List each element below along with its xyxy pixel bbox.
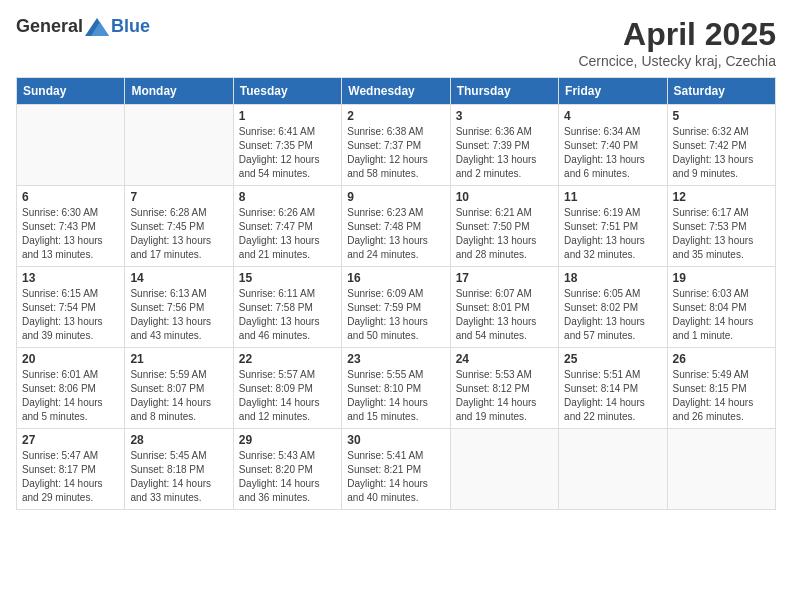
day-number: 5: [673, 109, 770, 123]
calendar-cell: 4Sunrise: 6:34 AM Sunset: 7:40 PM Daylig…: [559, 105, 667, 186]
calendar-cell: 2Sunrise: 6:38 AM Sunset: 7:37 PM Daylig…: [342, 105, 450, 186]
day-info: Sunrise: 5:43 AM Sunset: 8:20 PM Dayligh…: [239, 449, 336, 505]
calendar-cell: 8Sunrise: 6:26 AM Sunset: 7:47 PM Daylig…: [233, 186, 341, 267]
day-info: Sunrise: 5:45 AM Sunset: 8:18 PM Dayligh…: [130, 449, 227, 505]
day-info: Sunrise: 6:38 AM Sunset: 7:37 PM Dayligh…: [347, 125, 444, 181]
day-number: 1: [239, 109, 336, 123]
calendar-cell: 29Sunrise: 5:43 AM Sunset: 8:20 PM Dayli…: [233, 429, 341, 510]
calendar-cell: 11Sunrise: 6:19 AM Sunset: 7:51 PM Dayli…: [559, 186, 667, 267]
calendar-week-row: 6Sunrise: 6:30 AM Sunset: 7:43 PM Daylig…: [17, 186, 776, 267]
day-number: 27: [22, 433, 119, 447]
day-info: Sunrise: 6:32 AM Sunset: 7:42 PM Dayligh…: [673, 125, 770, 181]
day-number: 26: [673, 352, 770, 366]
day-info: Sunrise: 5:57 AM Sunset: 8:09 PM Dayligh…: [239, 368, 336, 424]
day-info: Sunrise: 5:41 AM Sunset: 8:21 PM Dayligh…: [347, 449, 444, 505]
day-number: 19: [673, 271, 770, 285]
day-info: Sunrise: 5:53 AM Sunset: 8:12 PM Dayligh…: [456, 368, 553, 424]
day-number: 25: [564, 352, 661, 366]
day-number: 7: [130, 190, 227, 204]
day-number: 18: [564, 271, 661, 285]
page-header: General Blue April 2025 Cerncice, Usteck…: [16, 16, 776, 69]
day-number: 30: [347, 433, 444, 447]
day-number: 17: [456, 271, 553, 285]
calendar-cell: 19Sunrise: 6:03 AM Sunset: 8:04 PM Dayli…: [667, 267, 775, 348]
calendar-cell: 10Sunrise: 6:21 AM Sunset: 7:50 PM Dayli…: [450, 186, 558, 267]
calendar-cell: 7Sunrise: 6:28 AM Sunset: 7:45 PM Daylig…: [125, 186, 233, 267]
day-number: 28: [130, 433, 227, 447]
calendar-cell: 14Sunrise: 6:13 AM Sunset: 7:56 PM Dayli…: [125, 267, 233, 348]
day-info: Sunrise: 6:23 AM Sunset: 7:48 PM Dayligh…: [347, 206, 444, 262]
calendar-cell: 30Sunrise: 5:41 AM Sunset: 8:21 PM Dayli…: [342, 429, 450, 510]
day-info: Sunrise: 6:26 AM Sunset: 7:47 PM Dayligh…: [239, 206, 336, 262]
title-block: April 2025 Cerncice, Ustecky kraj, Czech…: [578, 16, 776, 69]
day-info: Sunrise: 5:59 AM Sunset: 8:07 PM Dayligh…: [130, 368, 227, 424]
day-number: 15: [239, 271, 336, 285]
day-info: Sunrise: 5:51 AM Sunset: 8:14 PM Dayligh…: [564, 368, 661, 424]
day-info: Sunrise: 6:03 AM Sunset: 8:04 PM Dayligh…: [673, 287, 770, 343]
day-info: Sunrise: 6:05 AM Sunset: 8:02 PM Dayligh…: [564, 287, 661, 343]
calendar-header-row: SundayMondayTuesdayWednesdayThursdayFrid…: [17, 78, 776, 105]
calendar-cell: 23Sunrise: 5:55 AM Sunset: 8:10 PM Dayli…: [342, 348, 450, 429]
day-info: Sunrise: 5:55 AM Sunset: 8:10 PM Dayligh…: [347, 368, 444, 424]
calendar-cell: 15Sunrise: 6:11 AM Sunset: 7:58 PM Dayli…: [233, 267, 341, 348]
day-info: Sunrise: 6:21 AM Sunset: 7:50 PM Dayligh…: [456, 206, 553, 262]
day-info: Sunrise: 6:30 AM Sunset: 7:43 PM Dayligh…: [22, 206, 119, 262]
day-number: 12: [673, 190, 770, 204]
logo-text-general: General: [16, 16, 83, 37]
calendar-cell: 27Sunrise: 5:47 AM Sunset: 8:17 PM Dayli…: [17, 429, 125, 510]
calendar-week-row: 27Sunrise: 5:47 AM Sunset: 8:17 PM Dayli…: [17, 429, 776, 510]
day-number: 8: [239, 190, 336, 204]
weekday-header: Tuesday: [233, 78, 341, 105]
day-info: Sunrise: 6:13 AM Sunset: 7:56 PM Dayligh…: [130, 287, 227, 343]
calendar-cell: 28Sunrise: 5:45 AM Sunset: 8:18 PM Dayli…: [125, 429, 233, 510]
day-number: 24: [456, 352, 553, 366]
calendar-cell: [17, 105, 125, 186]
calendar-cell: 25Sunrise: 5:51 AM Sunset: 8:14 PM Dayli…: [559, 348, 667, 429]
calendar-cell: 16Sunrise: 6:09 AM Sunset: 7:59 PM Dayli…: [342, 267, 450, 348]
location-title: Cerncice, Ustecky kraj, Czechia: [578, 53, 776, 69]
day-info: Sunrise: 6:28 AM Sunset: 7:45 PM Dayligh…: [130, 206, 227, 262]
day-number: 16: [347, 271, 444, 285]
day-info: Sunrise: 6:11 AM Sunset: 7:58 PM Dayligh…: [239, 287, 336, 343]
calendar-cell: 3Sunrise: 6:36 AM Sunset: 7:39 PM Daylig…: [450, 105, 558, 186]
day-info: Sunrise: 6:34 AM Sunset: 7:40 PM Dayligh…: [564, 125, 661, 181]
month-title: April 2025: [578, 16, 776, 53]
day-number: 9: [347, 190, 444, 204]
day-number: 3: [456, 109, 553, 123]
calendar-cell: 13Sunrise: 6:15 AM Sunset: 7:54 PM Dayli…: [17, 267, 125, 348]
calendar-week-row: 13Sunrise: 6:15 AM Sunset: 7:54 PM Dayli…: [17, 267, 776, 348]
calendar-cell: 26Sunrise: 5:49 AM Sunset: 8:15 PM Dayli…: [667, 348, 775, 429]
calendar-table: SundayMondayTuesdayWednesdayThursdayFrid…: [16, 77, 776, 510]
day-info: Sunrise: 6:41 AM Sunset: 7:35 PM Dayligh…: [239, 125, 336, 181]
calendar-cell: 1Sunrise: 6:41 AM Sunset: 7:35 PM Daylig…: [233, 105, 341, 186]
day-info: Sunrise: 6:09 AM Sunset: 7:59 PM Dayligh…: [347, 287, 444, 343]
calendar-cell: 22Sunrise: 5:57 AM Sunset: 8:09 PM Dayli…: [233, 348, 341, 429]
day-info: Sunrise: 6:01 AM Sunset: 8:06 PM Dayligh…: [22, 368, 119, 424]
calendar-week-row: 20Sunrise: 6:01 AM Sunset: 8:06 PM Dayli…: [17, 348, 776, 429]
day-number: 20: [22, 352, 119, 366]
weekday-header: Friday: [559, 78, 667, 105]
weekday-header: Wednesday: [342, 78, 450, 105]
calendar-week-row: 1Sunrise: 6:41 AM Sunset: 7:35 PM Daylig…: [17, 105, 776, 186]
day-number: 22: [239, 352, 336, 366]
weekday-header: Sunday: [17, 78, 125, 105]
calendar-cell: 17Sunrise: 6:07 AM Sunset: 8:01 PM Dayli…: [450, 267, 558, 348]
day-number: 21: [130, 352, 227, 366]
day-info: Sunrise: 6:07 AM Sunset: 8:01 PM Dayligh…: [456, 287, 553, 343]
calendar-cell: [559, 429, 667, 510]
calendar-cell: [667, 429, 775, 510]
day-info: Sunrise: 6:36 AM Sunset: 7:39 PM Dayligh…: [456, 125, 553, 181]
logo-text-blue: Blue: [111, 16, 150, 37]
day-number: 29: [239, 433, 336, 447]
logo: General Blue: [16, 16, 150, 37]
calendar-cell: 18Sunrise: 6:05 AM Sunset: 8:02 PM Dayli…: [559, 267, 667, 348]
day-info: Sunrise: 6:15 AM Sunset: 7:54 PM Dayligh…: [22, 287, 119, 343]
day-number: 11: [564, 190, 661, 204]
day-number: 2: [347, 109, 444, 123]
day-number: 14: [130, 271, 227, 285]
day-info: Sunrise: 6:19 AM Sunset: 7:51 PM Dayligh…: [564, 206, 661, 262]
day-number: 6: [22, 190, 119, 204]
weekday-header: Monday: [125, 78, 233, 105]
day-number: 23: [347, 352, 444, 366]
day-info: Sunrise: 6:17 AM Sunset: 7:53 PM Dayligh…: [673, 206, 770, 262]
